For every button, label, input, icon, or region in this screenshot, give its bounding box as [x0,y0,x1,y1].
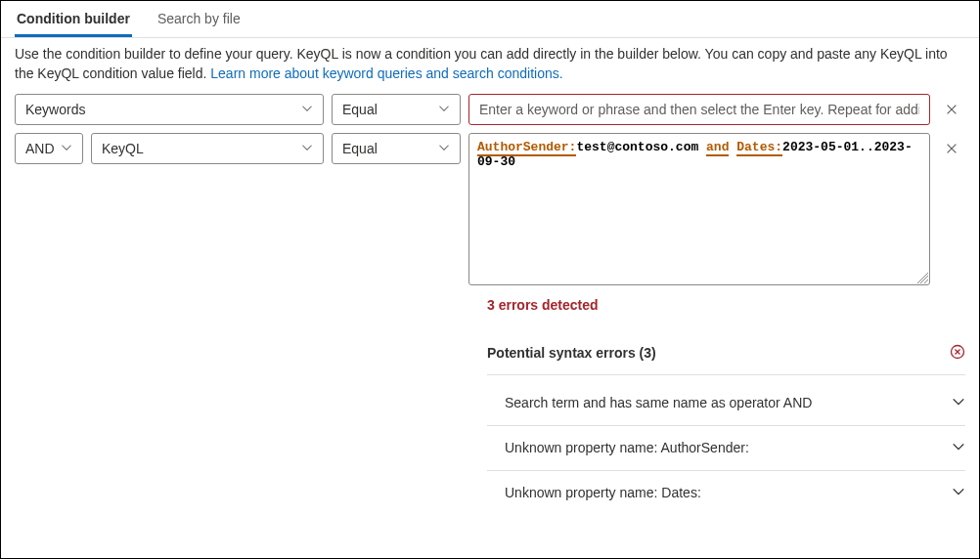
error-panel: 3 errors detected Potential syntax error… [473,297,979,515]
field-select-label: Keywords [25,102,85,117]
error-item-text: Search term and has same name as operato… [505,395,812,410]
kql-token-value: test@contoso.com [576,140,706,154]
tab-search-by-file[interactable]: Search by file [156,7,243,37]
operator-select-equal[interactable]: Equal [332,133,461,164]
chevron-down-icon [952,440,965,456]
error-item[interactable]: Unknown property name: Dates: [487,471,965,515]
error-item-text: Unknown property name: Dates: [505,485,701,500]
intro-text: Use the condition builder to define your… [1,38,979,94]
operator-label: Equal [342,102,378,117]
operator-label: Equal [342,141,378,156]
close-icon [945,103,958,116]
boolean-label: AND [25,141,55,156]
error-item-text: Unknown property name: AuthorSender: [505,440,749,455]
learn-more-link[interactable]: Learn more about keyword queries and sea… [210,65,562,81]
tabs: Condition builder Search by file [1,1,979,38]
chevron-down-icon [61,141,72,156]
keywords-input[interactable] [468,94,930,125]
error-category-row[interactable]: Potential syntax errors (3) [487,336,965,375]
chevron-down-icon [952,395,965,411]
keyql-textarea[interactable]: AuthorSender:test@contoso.com and Dates:… [468,133,930,285]
condition-row: Keywords Equal [15,94,965,125]
field-select-label: KeyQL [102,141,144,156]
kql-token-operator: and [706,140,729,156]
error-heading: 3 errors detected [487,297,965,313]
operator-select-equal[interactable]: Equal [332,94,461,125]
error-icon [950,344,965,363]
value-cell [468,94,930,125]
boolean-select-and[interactable]: AND [15,133,83,164]
kql-token-property: Dates: [736,140,782,156]
field-select-keywords[interactable]: Keywords [15,94,324,125]
condition-row: AND KeyQL Equal AuthorSender:test@co [15,133,965,285]
error-category-label: Potential syntax errors (3) [487,345,656,361]
error-item[interactable]: Unknown property name: AuthorSender: [487,426,965,471]
chevron-down-icon [438,102,450,117]
remove-row-button[interactable] [938,96,965,123]
error-item[interactable]: Search term and has same name as operato… [487,381,965,426]
chevron-down-icon [438,141,450,156]
remove-row-button[interactable] [938,135,965,162]
chevron-down-icon [301,102,313,117]
value-cell: AuthorSender:test@contoso.com and Dates:… [468,133,930,285]
tab-condition-builder[interactable]: Condition builder [15,7,132,37]
field-select-keyql[interactable]: KeyQL [91,133,324,164]
close-icon [945,142,958,155]
chevron-down-icon [952,485,965,501]
chevron-down-icon [301,141,313,156]
